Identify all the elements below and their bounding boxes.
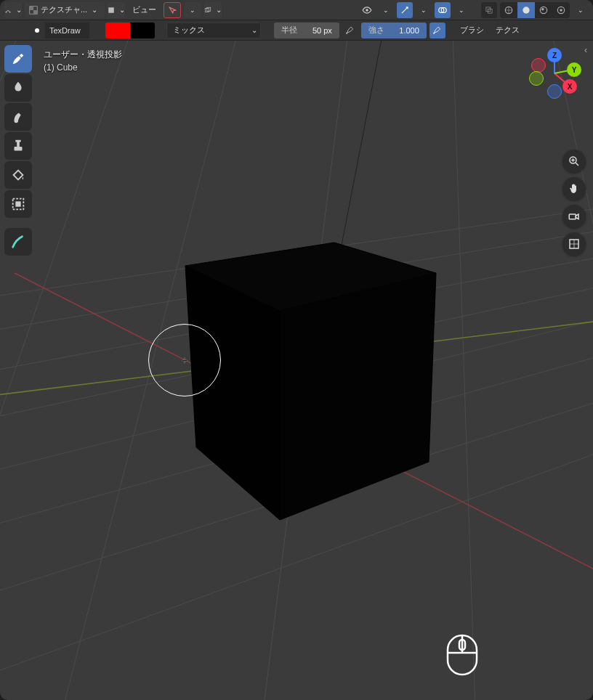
- brush-menu-label: ブラシ: [460, 25, 484, 36]
- nav-persp-ortho[interactable]: [562, 232, 586, 256]
- overlay-toggle[interactable]: [435, 2, 451, 18]
- brush-selector[interactable]: TexDraw: [29, 23, 89, 38]
- radius-pressure-toggle[interactable]: [342, 23, 358, 38]
- tool-soften[interactable]: [4, 74, 32, 102]
- dropdown-small-1[interactable]: [108, 2, 125, 18]
- blend-mode-label: ミックス: [173, 25, 205, 36]
- header-row-1: テクスチャ... ビュー: [0, 0, 593, 20]
- svg-rect-37: [15, 140, 20, 142]
- header-row-2: TexDraw ミックス 半径 50 px 強さ 1.000 ブラシ テクス: [0, 20, 593, 41]
- mouse-hint-icon: [443, 632, 481, 680]
- gizmo-toggle[interactable]: [397, 2, 413, 18]
- scene-canvas: [0, 41, 593, 700]
- nav-pan[interactable]: [562, 177, 586, 200]
- radius-label: 半径: [281, 25, 297, 36]
- visibility-icon[interactable]: [359, 2, 375, 18]
- tool-smear[interactable]: [4, 103, 32, 131]
- brush-menu[interactable]: ブラシ: [456, 23, 488, 38]
- shading-dropdown[interactable]: [573, 2, 589, 18]
- gizmo-x[interactable]: X: [562, 79, 577, 94]
- primary-color-swatch[interactable]: [105, 23, 130, 38]
- radius-value: 50 px: [312, 26, 332, 35]
- strength-field[interactable]: 強さ 1.000: [361, 23, 427, 38]
- tool-fill[interactable]: [4, 161, 32, 189]
- radius-field[interactable]: 半径 50 px: [274, 23, 339, 38]
- shading-mode-group[interactable]: [500, 2, 570, 18]
- selectability-toggle[interactable]: [164, 2, 181, 18]
- shading-solid[interactable]: [517, 2, 535, 18]
- svg-rect-8: [488, 9, 492, 13]
- cube-object: [185, 41, 436, 520]
- svg-rect-39: [15, 201, 20, 206]
- svg-rect-1: [108, 7, 114, 13]
- overlays-small-dropdown[interactable]: [204, 2, 222, 18]
- texture-menu-label: テクス: [496, 25, 520, 36]
- nav-camera[interactable]: [562, 205, 586, 228]
- svg-point-14: [560, 9, 562, 12]
- navigation-gizmo[interactable]: Z X Y: [529, 48, 580, 99]
- strength-value: 1.000: [399, 26, 419, 35]
- gizmo-neg-z[interactable]: [547, 84, 562, 99]
- strength-label: 強さ: [368, 25, 384, 36]
- brush-thumb: [29, 23, 45, 38]
- svg-point-4: [366, 9, 368, 12]
- brush-name-label: TexDraw: [45, 26, 85, 35]
- tool-draw[interactable]: [4, 45, 32, 73]
- secondary-color-swatch[interactable]: [130, 23, 155, 38]
- svg-line-28: [538, 41, 593, 700]
- nav-zoom[interactable]: [562, 150, 586, 173]
- svg-line-27: [451, 41, 480, 700]
- svg-rect-7: [486, 7, 491, 11]
- svg-rect-36: [17, 142, 20, 147]
- gizmo-z[interactable]: Z: [547, 48, 562, 62]
- tool-annotate[interactable]: [4, 228, 32, 256]
- gizmo-y[interactable]: Y: [567, 62, 581, 77]
- svg-point-12: [541, 8, 544, 11]
- shading-matprev[interactable]: [535, 2, 552, 18]
- svg-rect-35: [15, 147, 23, 151]
- texture-slot-label: テクスチャ...: [41, 4, 87, 15]
- shading-rendered[interactable]: [552, 2, 570, 18]
- gizmo-neg-y[interactable]: [529, 71, 544, 86]
- npanel-toggle[interactable]: ‹: [584, 45, 592, 55]
- view-menu-label: ビュー: [132, 4, 156, 15]
- viewport-info: ユーザー・透視投影 (1) Cube: [44, 48, 122, 74]
- viewport-projection-label: ユーザー・透視投影: [44, 48, 122, 61]
- viewport-nav-stack: [562, 150, 586, 256]
- viewport-object-label: (1) Cube: [44, 61, 122, 74]
- svg-marker-33: [280, 273, 436, 520]
- tool-toolbar: [4, 45, 33, 256]
- gizmo-dropdown[interactable]: [416, 2, 432, 18]
- svg-point-10: [523, 7, 529, 13]
- tool-clone[interactable]: [4, 132, 32, 160]
- gizmo-neg-x[interactable]: [531, 58, 546, 73]
- texture-paint-slot-dropdown[interactable]: テクスチャ...: [25, 2, 105, 18]
- tool-mask[interactable]: [4, 190, 32, 218]
- color-swatches[interactable]: [105, 23, 155, 38]
- xray-toggle[interactable]: [481, 2, 497, 18]
- viewport-3d[interactable]: ユーザー・透視投影 (1) Cube: [0, 41, 593, 700]
- svg-rect-47: [569, 214, 576, 219]
- svg-line-44: [576, 163, 578, 166]
- shading-wire[interactable]: [500, 2, 517, 18]
- blend-mode-dropdown[interactable]: ミックス: [166, 23, 261, 38]
- mode-menu[interactable]: [4, 2, 22, 18]
- overlay-dropdown[interactable]: [453, 2, 469, 18]
- texture-menu[interactable]: テクス: [491, 23, 524, 38]
- view-menu[interactable]: ビュー: [128, 2, 161, 18]
- strength-pressure-toggle[interactable]: [429, 23, 445, 38]
- visibility-dropdown[interactable]: [378, 2, 394, 18]
- selectability-dropdown[interactable]: [184, 2, 201, 18]
